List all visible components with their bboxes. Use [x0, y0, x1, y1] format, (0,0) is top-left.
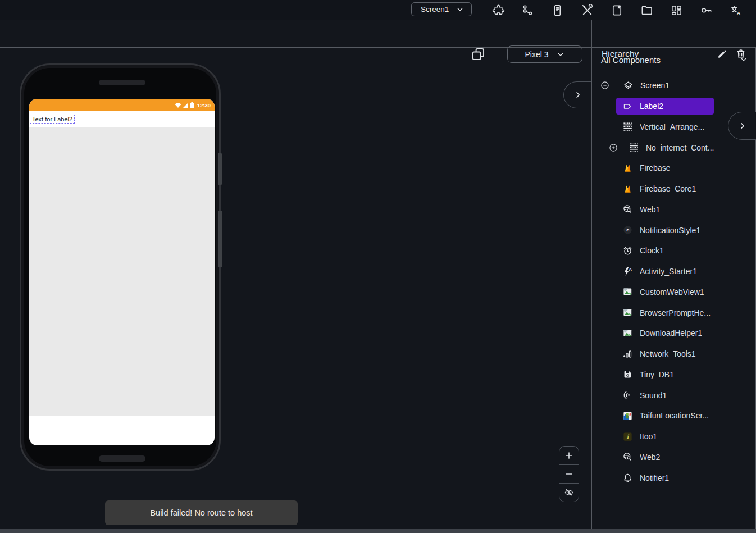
device-icon[interactable] [550, 3, 565, 17]
item-pill: Firebase_Core1 [616, 180, 714, 197]
hierarchy-item-sound1[interactable]: Sound1 [592, 385, 755, 406]
hierarchy-item-label: Firebase_Core1 [640, 184, 696, 193]
hierarchy-item-browserprompthe[interactable]: BrowserPromptHe... [592, 302, 755, 323]
volume-button [218, 211, 222, 267]
hierarchy-item-clock1[interactable]: Clock1 [592, 240, 755, 261]
hierarchy-item-notifier1[interactable]: Notifier1 [592, 467, 755, 488]
hierarchy-item-label: BrowserPromptHe... [640, 308, 711, 317]
grid-icon [622, 121, 633, 132]
toast-message: Build failed! No route to host [105, 500, 298, 525]
hierarchy-item-label: CustomWebView1 [640, 288, 704, 297]
power-button [218, 153, 222, 185]
item-pill: Network_Tools1 [616, 345, 714, 362]
item-pill: i Itoo1 [616, 428, 714, 445]
hierarchy-item-notificationstyle1[interactable]: r. NotificationStyle1 [592, 220, 755, 240]
key-icon[interactable] [699, 3, 713, 17]
item-pill: Clock1 [616, 242, 714, 259]
hierarchy-item-label2[interactable]: Label2 [592, 96, 755, 117]
hierarchy-item-firebase[interactable]: Firebase [592, 158, 755, 179]
image-icon [622, 328, 633, 339]
hierarchy-item-tiny-db1[interactable]: Tiny_DB1 [592, 365, 755, 385]
hierarchy-item-label: Label2 [640, 102, 663, 111]
item-pill: Label2 [616, 98, 714, 115]
minus-icon [564, 469, 574, 479]
toggle-visibility-button[interactable] [559, 483, 579, 502]
item-pill: TaifunLocationSer... [616, 407, 714, 424]
top-toolbar: Screen1 A [0, 0, 756, 20]
hierarchy-item-label: Sound1 [640, 391, 667, 400]
hierarchy-item-label: Web2 [640, 453, 660, 462]
status-bar: 12:30 [29, 99, 215, 111]
status-time: 12:30 [197, 102, 211, 108]
svg-text:r.: r. [626, 227, 629, 233]
item-pill: Notifier1 [616, 470, 714, 486]
item-pill: Sound1 [616, 387, 714, 404]
device-selector[interactable]: Pixel 3 [507, 45, 582, 63]
hierarchy-item-itoo1[interactable]: i Itoo1 [592, 426, 755, 447]
phone-preview[interactable]: 12:30 Text for Label2 [29, 99, 215, 445]
hierarchy-item-no-internet-cont[interactable]: No_internet_Cont... [592, 137, 755, 158]
hierarchy-item-downloadhelper1[interactable]: DownloadHelper1 [592, 323, 755, 344]
hierarchy-item-label: Vertical_Arrange... [640, 122, 704, 131]
item-pill: No_internet_Cont... [622, 139, 714, 156]
bell-icon [622, 472, 633, 483]
image-icon [622, 307, 633, 318]
collapse-panel-button[interactable] [563, 81, 591, 108]
hierarchy-item-label: Clock1 [640, 246, 664, 255]
expand-icon[interactable] [608, 143, 618, 153]
manifest-icon[interactable] [610, 3, 625, 17]
wifi-icon [175, 103, 181, 108]
hierarchy-item-screen1[interactable]: Screen1 [592, 75, 755, 96]
item-pill: A Activity_Starter1 [616, 263, 714, 280]
collapse-sidebar-button[interactable] [728, 112, 756, 140]
dashboard-icon[interactable] [669, 3, 684, 17]
translate-icon[interactable]: A [728, 3, 743, 17]
zoom-in-button[interactable] [559, 447, 579, 464]
clock-icon [622, 245, 633, 256]
hierarchy-item-web2[interactable]: Web2 [592, 447, 755, 468]
phone-home-bar [99, 455, 145, 462]
bars-icon [622, 349, 633, 359]
firebase-icon [622, 184, 633, 194]
label2-component[interactable]: Text for Label2 [30, 115, 75, 124]
floppy-icon [622, 369, 633, 380]
image-icon [622, 286, 633, 297]
hierarchy-item-activity-starter1[interactable]: A Activity_Starter1 [592, 261, 755, 282]
hierarchy-item-customwebview1[interactable]: CustomWebView1 [592, 282, 755, 303]
item-pill: Firebase [616, 160, 714, 176]
hierarchy-item-label: Firebase [640, 163, 670, 172]
tools-icon[interactable] [580, 3, 595, 17]
location-icon [622, 411, 633, 421]
hierarchy-item-label: Itoo1 [640, 432, 657, 441]
blocks-icon[interactable] [521, 3, 535, 17]
component-tree: Screen1 Label2 Vertical_Arrange... No_in… [592, 75, 755, 488]
itoo-icon: i [622, 431, 633, 442]
item-pill: r. NotificationStyle1 [616, 222, 714, 239]
zoom-out-button[interactable] [559, 464, 579, 483]
item-pill: Web1 [616, 201, 714, 218]
horizontal-scrollbar[interactable] [0, 529, 756, 533]
vertical-arrangement-preview[interactable] [29, 127, 215, 416]
folder-icon[interactable] [639, 3, 654, 17]
all-components-filter[interactable]: All Components [592, 47, 756, 72]
item-pill: CustomWebView1 [616, 284, 714, 300]
item-pill: BrowserPromptHe... [616, 304, 714, 321]
collapse-icon[interactable] [600, 80, 610, 90]
screen-selector-label: Screen1 [421, 5, 449, 13]
hierarchy-item-firebase-core1[interactable]: Firebase_Core1 [592, 179, 755, 199]
chevron-down-icon [556, 50, 565, 59]
copy-screen-icon[interactable] [471, 47, 486, 62]
item-pill: Web2 [616, 449, 714, 466]
screen-selector[interactable]: Screen1 [411, 2, 472, 16]
battery-icon [190, 102, 194, 108]
chevron-down-icon [739, 55, 748, 64]
hierarchy-item-label: NotificationStyle1 [640, 226, 700, 235]
hierarchy-item-network-tools1[interactable]: Network_Tools1 [592, 344, 755, 365]
web-icon [622, 452, 633, 462]
extension-icon[interactable] [491, 3, 505, 17]
hierarchy-item-label: Screen1 [640, 81, 670, 90]
hierarchy-item-taifunlocationser[interactable]: TaifunLocationSer... [592, 406, 755, 426]
item-pill: Vertical_Arrange... [616, 119, 714, 135]
hierarchy-item-web1[interactable]: Web1 [592, 199, 755, 220]
chevron-right-icon [737, 121, 748, 131]
